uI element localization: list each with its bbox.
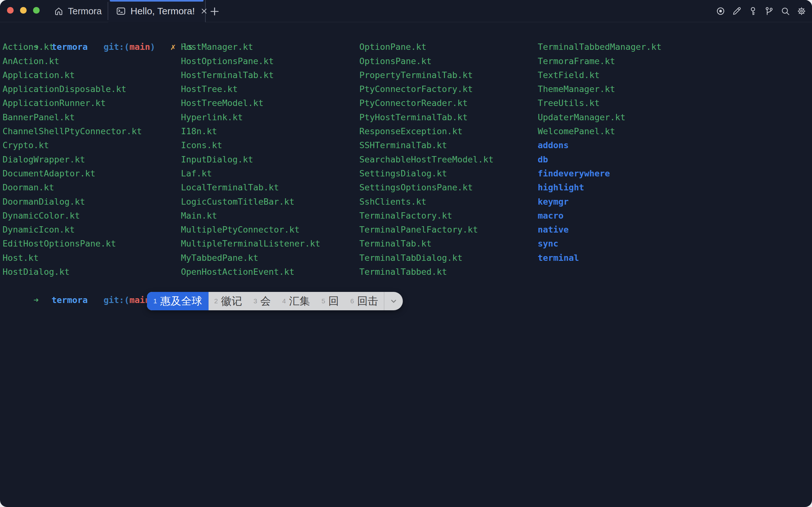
ls-file: PtyConnectorFactory.kt [359, 82, 494, 96]
ime-candidate-text: 回 [328, 294, 339, 308]
ime-candidate-window: 1惠及全球2徽记3会4汇集5回6回击 [147, 292, 403, 310]
close-window-button[interactable] [7, 7, 14, 14]
search-button[interactable] [780, 6, 790, 16]
ime-candidate-number: 5 [322, 297, 325, 305]
ls-file: DialogWrapper.kt [3, 153, 142, 167]
key-icon [748, 6, 758, 16]
minimize-window-button[interactable] [20, 7, 27, 14]
ls-file: Icons.kt [181, 138, 320, 152]
ls-output: Actions.ktAnAction.ktApplication.ktAppli… [3, 40, 812, 279]
home-icon [54, 6, 63, 16]
terminal-icon [116, 6, 126, 16]
ime-candidate-4[interactable]: 4汇集 [276, 292, 316, 310]
ime-candidate-list: 1惠及全球2徽记3会4汇集5回6回击 [147, 292, 384, 310]
ls-file: EditHostOptionsPane.kt [3, 237, 142, 250]
tab-close-button[interactable] [200, 7, 208, 15]
ls-file: Hyperlink.kt [181, 110, 320, 124]
ls-column-3: OptionPane.ktOptionsPane.ktPropertyTermi… [359, 40, 494, 279]
ls-directory: addons [538, 138, 661, 152]
ls-file: BannerPanel.kt [3, 110, 142, 124]
ls-file: Doorman.kt [3, 180, 142, 194]
prompt-arrow: ➜ [34, 293, 52, 307]
key-manager-button[interactable] [748, 6, 758, 16]
ls-file: SettingsDialog.kt [359, 167, 494, 180]
ime-candidate-number: 4 [282, 297, 286, 305]
ls-file: SearchableHostTreeModel.kt [359, 153, 494, 167]
ls-file: Actions.kt [3, 40, 142, 54]
prompt-git-open: git:( [104, 295, 129, 305]
ime-candidate-1[interactable]: 1惠及全球 [147, 292, 209, 310]
close-icon [200, 7, 208, 15]
ls-file: ResponseException.kt [359, 124, 494, 138]
ls-directory: sync [538, 237, 661, 250]
ls-file: MultiplePtyConnector.kt [181, 223, 320, 237]
ls-file: HostDialog.kt [3, 265, 142, 279]
record-icon [716, 6, 725, 16]
edit-button[interactable] [732, 6, 742, 16]
ime-candidate-6[interactable]: 6回击 [344, 292, 384, 310]
plus-icon [209, 6, 220, 17]
record-button[interactable] [716, 6, 725, 16]
git-button[interactable] [764, 6, 774, 16]
ls-file: OpenHostActionEvent.kt [181, 265, 320, 279]
ls-directory: db [538, 153, 661, 167]
ls-file: DynamicIcon.kt [3, 223, 142, 237]
ls-file: PtyConnectorReader.kt [359, 96, 494, 110]
ls-file: LogicCustomTitleBar.kt [181, 195, 320, 209]
ls-file: I18n.kt [181, 124, 320, 138]
prompt-line-1: ➜termoragit:(main)✗ls [3, 26, 812, 40]
ls-file: TermoraFrame.kt [538, 54, 661, 68]
prompt-line-2: ➜termoragit:(main)✗中文之美hui ji quan qiu [3, 279, 812, 293]
titlebar: Termora Hello, Termora! [0, 0, 812, 22]
ls-file: SettingsOptionsPane.kt [359, 180, 494, 194]
settings-button[interactable] [797, 6, 806, 16]
ls-file: PropertyTerminalTab.kt [359, 68, 494, 82]
ls-file: Application.kt [3, 68, 142, 82]
ime-candidate-3[interactable]: 3会 [248, 292, 276, 310]
ls-file: UpdaterManager.kt [538, 110, 661, 124]
ls-directory: keymgr [538, 195, 661, 209]
ls-file: Main.kt [181, 209, 320, 223]
ime-candidate-text: 汇集 [289, 294, 310, 308]
ime-candidate-text: 会 [260, 294, 271, 308]
ls-directory: terminal [538, 251, 661, 265]
ls-file: Host.kt [3, 251, 142, 265]
gear-icon [797, 6, 806, 16]
ls-file: HostTreeModel.kt [181, 96, 320, 110]
ls-file: TerminalTabDialog.kt [359, 251, 494, 265]
terminal-screen[interactable]: ➜termoragit:(main)✗ls Actions.ktAnAction… [0, 22, 812, 507]
ls-file: HostTerminalTab.kt [181, 68, 320, 82]
search-icon [780, 6, 790, 16]
ls-file: TextField.kt [538, 68, 661, 82]
prompt-cwd: termora [52, 295, 88, 305]
ls-file: Crypto.kt [3, 138, 142, 152]
ls-column-2: HostManager.ktHostOptionsPane.ktHostTerm… [181, 40, 320, 279]
ls-directory: native [538, 223, 661, 237]
ls-file: DynamicColor.kt [3, 209, 142, 223]
active-tab-accent [110, 0, 204, 2]
ls-file: MultipleTerminalListener.kt [181, 237, 320, 250]
ls-file: PtyHostTerminalTab.kt [359, 110, 494, 124]
ls-file: SSHTerminalTab.kt [359, 138, 494, 152]
ime-candidate-5[interactable]: 5回 [316, 292, 345, 310]
ls-file: HostOptionsPane.kt [181, 54, 320, 68]
ime-candidate-text: 惠及全球 [160, 294, 202, 308]
new-tab-button[interactable] [208, 5, 221, 18]
ime-candidate-2[interactable]: 2徽记 [209, 292, 248, 310]
zoom-window-button[interactable] [33, 7, 40, 14]
tab-hello-termora[interactable]: Hello, Termora! [108, 0, 206, 22]
ls-file: ApplicationDisposable.kt [3, 82, 142, 96]
ls-file: WelcomePanel.kt [538, 124, 661, 138]
home-tab[interactable]: Termora [54, 0, 102, 22]
chevron-down-icon [389, 296, 398, 306]
git-branch-icon [764, 6, 774, 16]
ime-candidate-number: 6 [350, 297, 354, 305]
ime-candidate-number: 3 [253, 297, 257, 305]
termora-window: Termora Hello, Termora! [0, 0, 812, 507]
ime-expand-button[interactable] [384, 292, 403, 310]
ls-column-1: Actions.ktAnAction.ktApplication.ktAppli… [3, 40, 142, 279]
ime-candidate-text: 徽记 [221, 294, 242, 308]
ls-file: TerminalFactory.kt [359, 209, 494, 223]
ls-file: TerminalPanelFactory.kt [359, 223, 494, 237]
ls-file: OptionsPane.kt [359, 54, 494, 68]
